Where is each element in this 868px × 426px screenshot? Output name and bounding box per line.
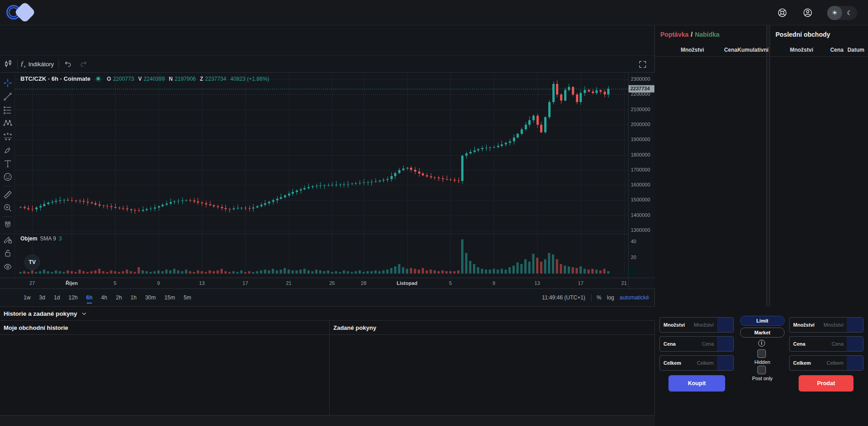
col-cumulative: Kumulativní [737,47,766,53]
theme-toggle[interactable]: ☀ ☾ [827,6,857,20]
sell-price-placeholder: Cena [805,341,847,347]
my-trade-history-panel: Moje obchodní historie [0,320,330,416]
sell-total-field[interactable]: Celkem Celkem [789,355,863,371]
fib-retracement-tool-icon[interactable] [2,105,13,116]
redo-icon[interactable] [77,58,90,70]
buy-price-field[interactable]: Cena Cena [659,336,734,352]
top-nav-bar: ☀ ☾ [0,0,868,25]
buy-button[interactable]: Koupit [668,375,725,392]
chart-section: ƒx Indikátory BTC/CZK · 6h · C [0,25,655,306]
timeframe-group: 1w 3d 1d 12h 6h 4h 2h 1h 30m 15m 5m [0,294,191,301]
tools-divider [3,186,12,186]
xabcd-pattern-tool-icon[interactable] [2,118,13,128]
sell-total-label: Celkem [790,360,811,366]
volume-label: Objem [20,235,37,242]
timeframe-4h[interactable]: 4h [101,294,107,301]
help-lifebuoy-icon[interactable] [776,7,788,19]
limit-order-button[interactable]: Limit [740,316,785,326]
drawing-lock-tool-icon[interactable] [2,234,13,245]
close-value: 2237734 [205,76,226,82]
fullscreen-icon[interactable] [636,58,649,71]
buy-price-unit-box[interactable] [717,336,733,352]
toolbar-divider [17,59,18,69]
post-only-label: Post only [735,376,790,381]
log-scale-button[interactable]: log [607,294,614,301]
hide-drawings-tool-icon[interactable] [2,261,13,272]
text-tool-icon[interactable] [2,158,13,169]
lock-all-tool-icon[interactable] [2,248,13,259]
divider [591,294,591,301]
drawing-tools-sidebar [0,73,15,278]
forecast-tool-icon[interactable] [2,131,13,142]
tradingview-logo[interactable]: TV [24,255,40,270]
profile-user-icon[interactable] [802,7,814,19]
timeframe-6h[interactable]: 6h [86,294,93,301]
symbol-title[interactable]: BTC/CZK · 6h · Coinmate [20,75,91,82]
chart-bottom-bar: 1w 3d 1d 12h 6h 4h 2h 1h 30m 15m 5m 11:4… [0,289,654,306]
crosshair-tool-icon[interactable] [2,78,13,88]
buy-total-unit-box[interactable] [717,355,733,371]
candle-style-icon[interactable] [2,58,15,70]
sell-button[interactable]: Prodat [799,375,853,392]
percent-scale-button[interactable]: % [597,294,602,301]
timeframe-2h[interactable]: 2h [116,294,122,301]
col-price: Cena [813,47,844,53]
sell-amount-unit-box[interactable] [847,317,863,333]
history-section-header[interactable]: Historie a zadané pokyny [0,306,655,320]
zoom-in-tool-icon[interactable] [2,202,13,213]
chart-toolbar: ƒx Indikátory [0,55,654,73]
sell-total-unit-box[interactable] [847,355,863,371]
market-order-button[interactable]: Market [740,328,785,338]
buy-total-field[interactable]: Celkem Celkem [659,355,734,371]
low-value: 2197906 [175,76,196,82]
dark-mode-moon-icon[interactable]: ☾ [842,6,857,20]
market-status-dot[interactable] [95,76,102,82]
sell-price-unit-box[interactable] [847,336,863,352]
open-orders-panel: Zadané pokyny [330,320,655,416]
volume-value: 3 [59,235,62,242]
open-value: 2200773 [113,76,134,82]
col-date: Datum [844,47,868,53]
price-chart-canvas[interactable] [0,73,655,289]
timeframe-3d[interactable]: 3d [39,294,45,301]
measure-ruler-tool-icon[interactable] [2,189,13,200]
timeframe-1h[interactable]: 1h [131,294,137,301]
sell-amount-placeholder: Množství [814,322,847,328]
emoji-tool-icon[interactable] [2,171,13,182]
timeframe-30m[interactable]: 30m [145,294,156,301]
topbar-actions: ☀ ☾ [776,0,857,25]
auto-scale-button[interactable]: automatické [619,294,649,301]
timeframe-1w[interactable]: 1w [24,294,30,301]
volume-legend: Objem SMA 9 3 [20,235,62,242]
buy-amount-field[interactable]: Množství Množství [659,317,734,333]
hidden-checkbox[interactable] [757,349,766,358]
high-label: V [138,76,142,82]
toolbar-divider [59,59,59,69]
trend-line-tool-icon[interactable] [2,91,13,102]
order-entry-section: Množství Množství Cena Cena Celkem Celke… [655,306,868,426]
last-trades-title: Poslední obchody [770,25,868,44]
timeframe-1d[interactable]: 1d [54,294,60,301]
sell-amount-field[interactable]: Množství Množství [789,317,863,333]
app-logo[interactable] [6,4,34,21]
sell-price-label: Cena [790,341,805,347]
last-trades-panel: Poslední obchody Množství Cena Datum [770,25,868,306]
buy-amount-unit-box[interactable] [717,317,733,333]
chart-legend: BTC/CZK · 6h · Coinmate O2200773 V224039… [20,75,272,82]
undo-icon[interactable] [62,58,74,70]
indicators-label: Indikátory [29,61,54,68]
buy-price-placeholder: Cena [676,341,717,347]
light-mode-sun-icon[interactable]: ☀ [827,6,842,20]
magnet-tool-icon[interactable] [2,220,13,230]
timeframe-5m[interactable]: 5m [184,294,191,301]
brush-tool-icon[interactable] [2,145,13,156]
timeframe-12h[interactable]: 12h [68,294,78,301]
chevron-down-icon [81,310,88,317]
my-trade-history-title: Moje obchodní historie [0,321,329,335]
timeframe-15m[interactable]: 15m [165,294,175,301]
sell-price-field[interactable]: Cena Cena [789,336,863,352]
change-value: 40823 (+1.86%) [230,76,269,82]
post-only-checkbox[interactable] [757,366,766,374]
indicators-button[interactable]: ƒx Indikátory [20,58,56,70]
info-icon[interactable]: i [758,340,765,347]
